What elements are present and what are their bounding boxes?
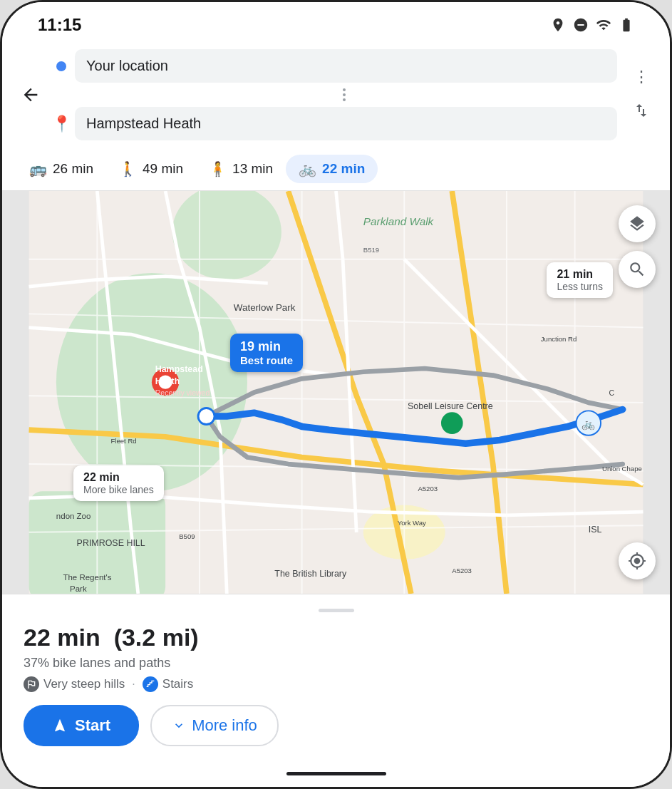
svg-text:The British Library: The British Library: [274, 569, 347, 579]
layers-button[interactable]: [619, 205, 656, 242]
status-time: 11:15: [38, 15, 81, 35]
less-turns-route-label[interactable]: 21 min Less turns: [547, 262, 613, 298]
transit-time: 26 min: [53, 161, 93, 177]
svg-text:Recently viewed: Recently viewed: [155, 388, 210, 397]
tab-walk2[interactable]: 🧍 13 min: [196, 155, 286, 183]
less-turns-sublabel: Less turns: [557, 281, 603, 292]
svg-text:A5203: A5203: [418, 485, 438, 493]
svg-text:ndon Zoo: ndon Zoo: [56, 512, 91, 520]
map-search-button[interactable]: [619, 251, 656, 288]
route-summary-title: 22 min (3.2 mi): [24, 624, 648, 651]
home-indicator: [2, 765, 670, 787]
svg-point-20: [441, 412, 463, 434]
stairs-icon: [143, 676, 158, 692]
map-svg: Parkland Walk Waterlow Park Hampstead He…: [2, 191, 670, 594]
map-area[interactable]: Parkland Walk Waterlow Park Hampstead He…: [2, 191, 670, 594]
status-bar: 11:15: [2, 2, 670, 42]
svg-text:Waterlow Park: Waterlow Park: [234, 302, 296, 313]
more-info-button[interactable]: More info: [150, 705, 279, 746]
origin-icon: [55, 60, 68, 73]
svg-text:York Way: York Way: [398, 519, 426, 527]
summary-time: 22 min: [24, 624, 100, 651]
wifi-status-icon: [596, 17, 611, 33]
dnd-status-icon: [573, 17, 589, 33]
blue-dot-icon: [56, 61, 66, 71]
nav-bar: 📍 ⋮: [2, 42, 670, 150]
svg-text:The Regent's: The Regent's: [63, 573, 111, 582]
tab-walk[interactable]: 🚶 49 min: [106, 155, 196, 183]
bikelanes-sublabel: More bike lanes: [83, 484, 154, 495]
battery-status-icon: [619, 17, 634, 33]
svg-text:Union Chape: Union Chape: [602, 465, 642, 473]
connector-dots: [71, 88, 617, 101]
tag-separator: ·: [132, 678, 135, 691]
walk-time: 49 min: [143, 161, 183, 177]
best-route-label[interactable]: 19 min Best route: [230, 334, 303, 372]
route-tags: Very steep hills · Stairs: [24, 676, 648, 692]
less-turns-time: 21 min: [557, 268, 603, 281]
home-bar: [286, 772, 386, 775]
phone-frame: 11:15: [0, 0, 672, 789]
destination-input[interactable]: [75, 107, 617, 140]
stairs-tag: Stairs: [143, 676, 193, 692]
nav-row: 📍 ⋮: [16, 49, 656, 140]
my-location-button[interactable]: [619, 542, 656, 579]
hills-tag: Very steep hills: [24, 676, 125, 692]
start-label: Start: [75, 716, 110, 735]
hike-time: 13 min: [232, 161, 273, 177]
destination-row: 📍: [55, 107, 617, 140]
start-button[interactable]: Start: [24, 705, 139, 746]
origin-row: [55, 49, 617, 83]
origin-input[interactable]: [75, 49, 617, 83]
svg-text:B519: B519: [363, 246, 379, 254]
action-buttons: Start More info: [24, 705, 648, 746]
more-options-button[interactable]: ⋮: [628, 62, 655, 92]
svg-text:Hampstead: Hampstead: [155, 364, 203, 374]
svg-text:C: C: [609, 388, 615, 397]
sheet-handle: [319, 609, 354, 612]
svg-text:Park: Park: [70, 584, 87, 593]
bike-time: 22 min: [322, 161, 365, 177]
svg-text:Parkland Walk: Parkland Walk: [363, 215, 435, 227]
hills-label: Very steep hills: [43, 677, 125, 691]
tab-bike[interactable]: 🚲 22 min: [286, 155, 378, 183]
map-pin-icon: 📍: [52, 115, 71, 133]
status-icons: [550, 17, 634, 33]
hills-icon: [24, 676, 39, 692]
navigation-icon: [52, 718, 68, 733]
tab-transit[interactable]: 🚌 26 min: [16, 155, 106, 183]
svg-text:Junction Rd: Junction Rd: [541, 335, 577, 343]
bike-icon: 🚲: [299, 160, 316, 177]
location-status-icon: [550, 17, 566, 33]
svg-text:PRIMROSE HILL: PRIMROSE HILL: [77, 538, 145, 548]
stairs-label: Stairs: [162, 677, 193, 691]
best-route-time: 19 min: [240, 339, 293, 354]
svg-text:Heath: Heath: [155, 376, 180, 386]
svg-text:A5203: A5203: [452, 567, 472, 574]
best-route-sublabel: Best route: [240, 354, 293, 366]
transport-tabs: 🚌 26 min 🚶 49 min 🧍 13 min 🚲 22 min: [2, 150, 670, 191]
svg-text:Fleet Rd: Fleet Rd: [110, 437, 136, 445]
hike-icon: 🧍: [209, 160, 227, 177]
swap-direction-button[interactable]: [627, 96, 656, 128]
walk-icon: 🚶: [119, 160, 137, 177]
bikelanes-time: 22 min: [83, 471, 154, 484]
chevron-down-icon: [172, 718, 186, 733]
svg-text:ISL: ISL: [589, 525, 602, 535]
back-button[interactable]: [16, 81, 45, 109]
svg-text:🚲: 🚲: [581, 417, 596, 430]
transit-icon: 🚌: [29, 160, 47, 177]
destination-icon: 📍: [55, 118, 68, 130]
svg-text:B509: B509: [179, 532, 195, 540]
route-summary-subtext: 37% bike lanes and paths: [24, 656, 648, 671]
svg-point-17: [198, 408, 214, 425]
more-bikelanes-route-label[interactable]: 22 min More bike lanes: [73, 465, 164, 501]
svg-text:Sobell Leisure Centre: Sobell Leisure Centre: [408, 401, 493, 411]
summary-dist: (3.2 mi): [114, 624, 199, 651]
more-info-label: More info: [192, 716, 257, 735]
route-inputs: 📍: [55, 49, 617, 140]
bottom-sheet: 22 min (3.2 mi) 37% bike lanes and paths…: [2, 594, 670, 765]
